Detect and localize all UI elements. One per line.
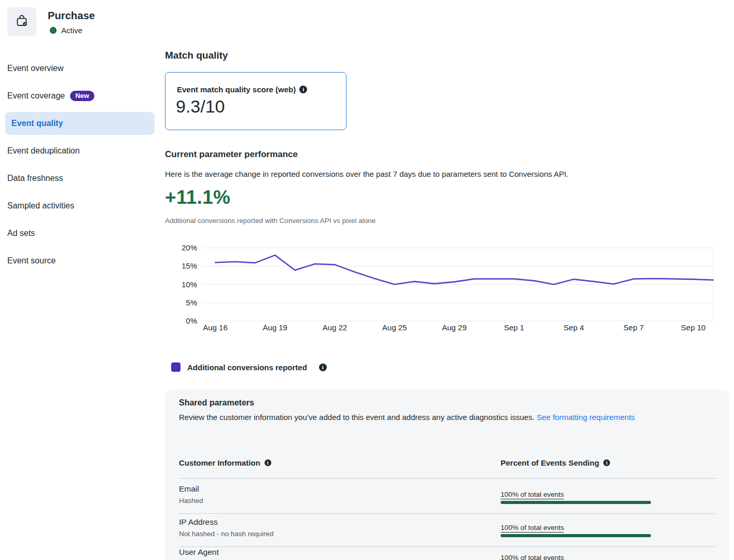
status-badge: Active [50,26,82,35]
shopping-bag-icon [15,14,29,30]
info-icon[interactable] [603,459,610,466]
score-card-label: Event match quality score (web) [177,85,296,94]
percent-of-events-label[interactable]: 100% of total events [501,554,564,560]
x-axis-tick-label: Sep 4 [564,323,584,332]
y-axis-tick-label: 20% [182,243,197,252]
x-axis-tick-label: Aug 19 [262,323,287,332]
shared-parameters-panel: Shared parameters Review the customer in… [165,390,729,560]
x-axis-tick-label: Aug 25 [382,323,407,332]
percent-of-events-label[interactable]: 100% of total events [501,491,564,498]
legend-swatch-icon [171,362,181,372]
conversion-delta-value: +11.1% [165,187,230,208]
info-icon[interactable] [299,86,307,93]
sidebar-item-label: Sampled activities [7,201,74,211]
y-axis-tick-label: 0% [186,316,197,325]
shared-parameters-title: Shared parameters [179,398,254,408]
match-quality-score-card: Event match quality score (web) 9.3/10 [165,72,347,130]
legend-label: Additional conversions reported [187,363,307,372]
y-axis-tick-label: 15% [182,261,197,270]
x-axis-tick-label: Sep 1 [504,323,524,332]
table-divider [179,513,716,514]
parameter-subtext: Not hashed - no hash required [179,530,273,538]
x-axis-tick-label: Aug 29 [442,323,467,332]
sidebar-item-event-coverage[interactable]: Event coverageNew [5,85,155,107]
y-axis-tick-label: 5% [186,298,197,307]
parameter-name: Email [179,484,199,494]
conversions-data-line [215,255,713,284]
info-icon[interactable] [319,363,327,371]
sidebar-item-label: Event deduplication [7,146,80,156]
x-axis-tick-label: Sep 7 [624,323,644,332]
shared-parameters-description: Review the customer information you’ve a… [179,411,677,424]
table-divider [179,547,716,547]
x-axis-tick-label: Sep 10 [681,323,706,332]
sidebar-item-label: Event quality [11,119,63,128]
parameter-performance-heading: Current parameter performance [165,149,298,160]
shared-parameters-description-text: Review the customer information you’ve a… [179,413,534,422]
sidebar-item-ad-sets[interactable]: Ad sets [5,222,155,245]
new-badge: New [70,91,94,101]
sidebar-item-event-deduplication[interactable]: Event deduplication [5,139,155,162]
event-icon-box [7,7,36,36]
parameter-subtext: Hashed [179,497,203,505]
info-icon[interactable] [265,459,271,466]
column-header-label: Percent of Events Sending [501,458,599,467]
formatting-requirements-link[interactable]: See formatting requirements [537,413,635,422]
page-title: Purchase [48,10,95,22]
parameter-name: User Agent [179,548,219,557]
sidebar-item-label: Event source [7,256,56,265]
y-axis-tick-label: 10% [182,280,197,289]
sidebar-item-event-quality[interactable]: Event quality [5,112,155,135]
parameter-performance-description: Here is the average change in reported c… [165,170,725,178]
chart-legend: Additional conversions reported [171,362,327,372]
status-dot-icon [50,27,57,34]
column-header-label: Customer Information [179,458,260,467]
match-quality-score-value: 9.3/10 [176,96,225,117]
sidebar-item-event-source[interactable]: Event source [5,249,155,272]
parameter-name: IP Address [179,517,218,527]
table-divider [179,478,716,479]
x-axis-tick-label: Aug 16 [203,323,228,332]
column-header-customer-information: Customer Information [179,458,271,467]
column-header-percent-sending: Percent of Events Sending [501,458,610,467]
x-axis-tick-label: Aug 22 [323,323,348,332]
percent-of-events-label[interactable]: 100% of total events [501,524,564,531]
sidebar-item-label: Data freshness [7,174,63,183]
sidebar-item-label: Ad sets [7,229,35,238]
conversions-line-chart: 0%5%10%15%20%Aug 16Aug 19Aug 22Aug 25Aug… [165,236,717,340]
conversion-delta-caption: Additional conversions reported with Con… [165,217,376,225]
sidebar-item-sampled-activities[interactable]: Sampled activities [5,194,155,217]
percent-progress-bar [501,501,651,504]
match-quality-heading: Match quality [165,50,228,61]
sidebar-item-event-overview[interactable]: Event overview [5,57,155,80]
percent-progress-bar [501,534,651,537]
sidebar-item-label: Event coverage [7,91,65,101]
sidebar-item-data-freshness[interactable]: Data freshness [5,167,155,190]
sidebar-nav: Event overviewEvent coverageNewEvent qua… [5,57,155,272]
sidebar-item-label: Event overview [7,64,64,73]
status-label: Active [61,26,82,35]
